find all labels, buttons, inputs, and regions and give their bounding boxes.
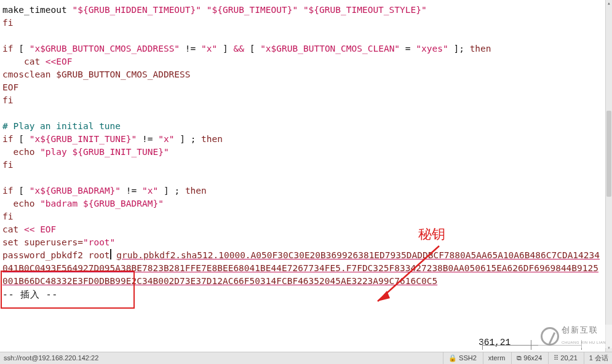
comment: # Play an initial tune: [2, 121, 121, 131]
status-term: xterm: [483, 352, 506, 364]
status-bar: ssh://root@192.168.220.142:22 🔒SSH2 xter…: [0, 352, 612, 364]
code-area[interactable]: make_timeout "${GRUB_HIDDEN_TIMEOUT}" "$…: [2, 4, 603, 288]
status-cursor: ⠿ 20,21: [548, 352, 578, 364]
heredoc-eof: EOF: [2, 82, 18, 92]
scroll-up-icon[interactable]: ▴: [606, 0, 612, 7]
lock-icon: 🔒: [448, 352, 457, 364]
status-sessions: 1 会话: [584, 352, 608, 364]
vim-mode-indicator: -- 插入 --: [2, 289, 603, 302]
vim-cursor-position: 361,21: [479, 336, 511, 349]
arg: "${GRUB_HIDDEN_TIMEOUT}": [73, 5, 202, 15]
keyword-fi: fi: [2, 95, 13, 105]
fn-call: make_timeout: [2, 5, 73, 15]
watermark-text-en: CHUANG XIN HU LIAN: [562, 336, 606, 349]
heredoc-line: cmosclean $GRUB_BUTTON_CMOS_ADDRESS: [2, 69, 191, 79]
status-ssh: 🔒SSH2: [443, 352, 477, 364]
position-icon: ⠿: [554, 352, 558, 364]
vertical-scrollbar[interactable]: ▴ ▾: [605, 0, 612, 352]
keyword-if: if: [2, 44, 13, 53]
watermark-logo: 创新互联 CHUANG XIN HU LIAN: [538, 325, 612, 348]
watermark-text-cn: 创新互联: [562, 323, 606, 336]
grid-icon: ⧉: [517, 352, 522, 364]
scroll-thumb[interactable]: [606, 111, 611, 197]
terminal-viewport[interactable]: make_timeout "${GRUB_HIDDEN_TIMEOUT}" "$…: [0, 0, 605, 352]
arg: "${GRUB_TIMEOUT_STYLE}": [303, 5, 427, 15]
status-size: ⧉ 96x24: [511, 352, 542, 364]
text-cursor: [110, 249, 111, 259]
ssh-target: ssh://root@192.168.220.142:22: [4, 352, 98, 364]
arg: "${GRUB_TIMEOUT}": [207, 5, 298, 15]
watermark-icon: [541, 327, 559, 346]
keyword-fi: fi: [2, 18, 13, 28]
